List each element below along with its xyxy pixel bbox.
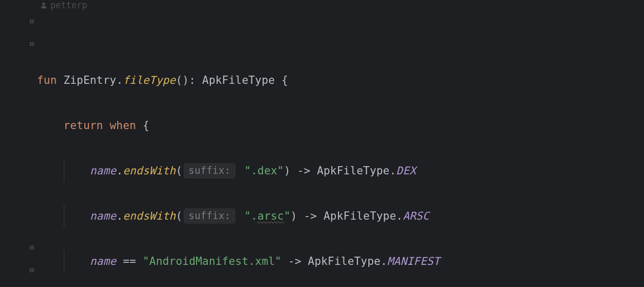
- fold-close-icon[interactable]: ⊟: [30, 266, 34, 274]
- code-line: name == "AndroidManifest.xml" -> ApkFile…: [37, 250, 644, 273]
- fold-open-icon[interactable]: ⊟: [30, 40, 34, 47]
- code-line: name.endsWith(suffix: ".dex") -> ApkFile…: [37, 159, 644, 182]
- param-hint: suffix:: [184, 163, 236, 178]
- fold-open-icon[interactable]: ⊟: [30, 17, 34, 25]
- fold-close-icon[interactable]: ⊟: [30, 244, 34, 251]
- code-editor[interactable]: ⊟ ⊟ ⊟ ⊟ petterp fun ZipEntry.fileType():…: [0, 1, 644, 287]
- code-area[interactable]: fun ZipEntry.fileType(): ApkFileType { r…: [37, 1, 644, 287]
- weak-warning: arsc: [258, 210, 284, 222]
- code-line: return when {: [37, 114, 644, 137]
- code-line: name.endsWith(suffix: ".arsc") -> ApkFil…: [37, 205, 644, 227]
- param-hint: suffix:: [184, 208, 236, 224]
- code-line: fun ZipEntry.fileType(): ApkFileType {: [37, 69, 644, 92]
- gutter: ⊟ ⊟ ⊟ ⊟: [0, 1, 37, 287]
- code-line: [37, 24, 644, 46]
